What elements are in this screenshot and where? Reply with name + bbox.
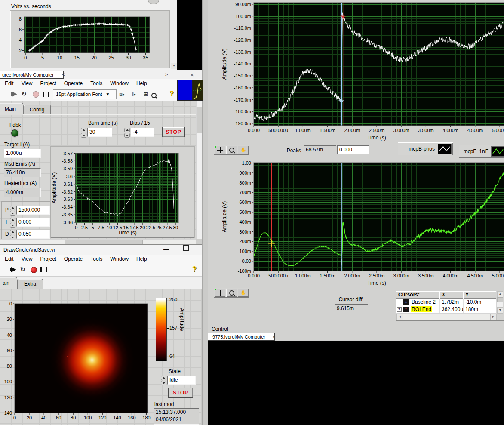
minimize-icon[interactable]: — <box>163 246 169 253</box>
project-tab-bottom[interactable]: _9775.lvproj/My Computer <box>208 333 275 341</box>
i-spinner[interactable] <box>10 218 15 228</box>
cursor-row-roi-end[interactable]: + * ROI End 362.400u 180m <box>396 306 496 313</box>
scroll-thumb[interactable] <box>497 297 503 302</box>
bias-field[interactable]: -4 <box>131 128 154 137</box>
maximize-icon[interactable] <box>183 245 189 251</box>
pan-tool-button[interactable]: ✋ <box>238 289 249 297</box>
burn-time-spinner[interactable] <box>81 128 86 138</box>
cursor-y-value[interactable]: -10.0m <box>465 299 481 305</box>
run-icon[interactable] <box>12 92 17 97</box>
panel1-vertical-scrollbar[interactable] <box>196 101 203 239</box>
menu-item-tools[interactable]: Tools <box>86 80 106 87</box>
volts-vertical-scrollbar[interactable]: ▾ <box>170 0 177 70</box>
align-objects-icon[interactable]: ⧈▾ <box>119 91 124 97</box>
scroll-down-button[interactable]: ▼ <box>497 307 503 314</box>
cursor-legend-hscroll[interactable]: ◄ ► <box>396 313 496 320</box>
vi-icon-waveform[interactable] <box>192 80 203 101</box>
p-field[interactable]: 1500.000 <box>16 206 50 215</box>
scroll-up-button[interactable]: ▲ <box>497 291 503 298</box>
menu-item-edit[interactable]: Edit <box>1 80 18 87</box>
p-spinner[interactable] <box>10 206 15 216</box>
menu-item-window[interactable]: Window <box>106 80 132 87</box>
project-tab[interactable]: urce.lvproj/My Computer <box>0 71 64 79</box>
cursor-x-value[interactable]: 362.400u <box>442 306 463 312</box>
menu-item-project[interactable]: Project <box>36 255 60 263</box>
tab-main[interactable]: Main <box>0 103 23 115</box>
cursor-name-selected[interactable]: ROI End <box>411 306 432 312</box>
cursor-tool-button[interactable] <box>215 289 225 297</box>
d-spinner[interactable] <box>10 230 15 240</box>
pause-icon[interactable] <box>40 267 47 272</box>
cursor-x-value[interactable]: 1.782m <box>442 299 459 305</box>
state-field[interactable]: Idle <box>167 376 196 385</box>
cursor-x-header[interactable]: X <box>439 291 463 299</box>
svg-text:180: 180 <box>142 415 150 420</box>
cursor-name[interactable]: Baseline 2 <box>412 299 436 305</box>
scroll-right-button[interactable]: ► <box>490 314 497 320</box>
zoom-tool-button[interactable] <box>226 289 237 297</box>
pause-icon[interactable] <box>43 92 49 97</box>
last-mod-label: last mod <box>154 401 174 407</box>
mcpf-graph[interactable]: 0.000500.000u1.000m1.500m2.000m2.500m3.0… <box>211 158 504 290</box>
menu-item-operate[interactable]: Operate <box>60 255 86 263</box>
i-field[interactable]: 0.000 <box>16 218 50 227</box>
menu-item-help[interactable]: Help <box>132 80 151 87</box>
volts-graph[interactable]: 051015202530352468 <box>11 12 169 68</box>
svg-text:-180.0m: -180.0m <box>234 109 251 114</box>
tab-scroll-forward-icon[interactable]: > <box>165 72 168 77</box>
color-ramp[interactable] <box>156 298 167 361</box>
tab-scroll-back-icon[interactable]: < <box>62 72 65 77</box>
help-icon[interactable]: ? <box>192 265 197 273</box>
help-icon[interactable]: ? <box>169 90 174 98</box>
stop-button-2[interactable]: STOP <box>168 388 193 398</box>
resize-objects-icon[interactable]: ⊞ <box>144 91 148 97</box>
abort-icon[interactable] <box>31 267 37 273</box>
tab-extra[interactable]: Extra <box>17 279 43 289</box>
zoom-tool-button[interactable] <box>226 146 237 154</box>
burn-time-field[interactable]: 30 <box>87 128 112 137</box>
menu-item-help[interactable]: Help <box>132 255 151 263</box>
mcpb-graph[interactable]: 0.000500.000u1.000m1.500m2.000m2.500m3.0… <box>211 0 504 143</box>
peaks-value-2[interactable]: 0.000 <box>337 145 369 154</box>
run-continuously-icon[interactable]: ↻ <box>20 266 25 273</box>
reorder-icon[interactable] <box>151 92 157 100</box>
scroll-down-button[interactable]: ▾ <box>171 63 177 69</box>
titlebar-drawcircle[interactable]: DrawCircleAndSave.vi <box>0 245 202 255</box>
d-field[interactable]: 0.050 <box>16 230 50 239</box>
bias-spinner[interactable] <box>124 128 130 138</box>
run-continuously-icon[interactable]: ↻ <box>22 90 27 97</box>
burn-graph[interactable]: 02.557.51012.51517.52022.52527.530-3.57-… <box>52 148 194 238</box>
close-icon[interactable]: × <box>190 71 194 78</box>
menu-item-view[interactable]: View <box>18 80 37 87</box>
cursor-tool-button[interactable] <box>215 146 225 154</box>
cursors-header[interactable]: Cursors: <box>396 291 439 299</box>
cursor-y-header[interactable]: Y <box>463 291 496 299</box>
menu-item-edit[interactable]: Edit <box>1 255 18 263</box>
tab-config[interactable]: Config <box>23 105 51 115</box>
cursor-y-value[interactable]: 180m <box>465 306 478 312</box>
d-label: D <box>5 231 9 237</box>
expand-icon[interactable]: + <box>397 307 402 312</box>
menu-item-view[interactable]: View <box>18 255 37 263</box>
menu-item-tools[interactable]: Tools <box>86 255 106 263</box>
distribute-objects-icon[interactable]: ⫴▾ <box>132 91 136 97</box>
pan-tool-button[interactable]: ✋ <box>238 146 249 154</box>
run-icon[interactable] <box>11 267 16 272</box>
menu-item-window[interactable]: Window <box>106 255 132 263</box>
menu-item-project[interactable]: Project <box>36 80 60 87</box>
target-current-field[interactable]: 1.000u <box>4 149 41 158</box>
stop-button-1[interactable]: STOP <box>162 127 185 137</box>
fdbk-led[interactable] <box>11 129 18 137</box>
tab-scroll-back-icon[interactable]: < <box>273 334 275 339</box>
cursor-row-baseline2[interactable]: ┆ + Baseline 2 1.782m -10.0m <box>396 299 496 306</box>
menu-item-operate[interactable]: Operate <box>60 80 86 87</box>
font-selector[interactable]: 15pt Application Font ▾ <box>53 89 117 99</box>
abort-icon[interactable] <box>33 91 39 98</box>
legend-mcpf[interactable]: mcpF_1nF <box>459 145 504 158</box>
state-spinner[interactable] <box>161 376 166 386</box>
cursor-legend-vscroll[interactable]: ▲ ▼ <box>496 291 503 313</box>
scroll-left-button[interactable]: ◄ <box>396 314 403 320</box>
legend-mcpb[interactable]: mcpB-phos <box>398 142 453 155</box>
tab-main-2[interactable]: ain <box>0 277 17 289</box>
vi-icon-blue[interactable] <box>177 80 192 101</box>
